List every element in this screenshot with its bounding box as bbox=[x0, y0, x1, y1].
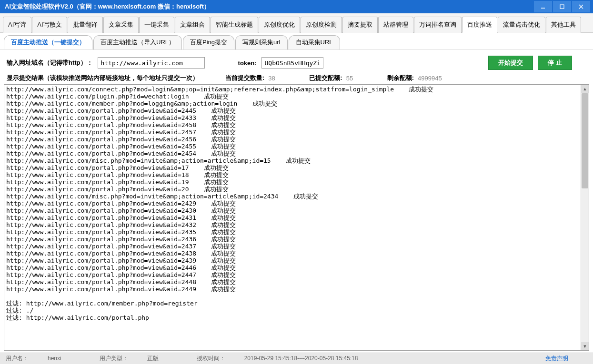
token-input[interactable] bbox=[261, 57, 323, 69]
sub-tab-3[interactable]: 写规则采集url bbox=[235, 35, 287, 49]
main-tab-7[interactable]: 原创度优化 bbox=[259, 17, 300, 33]
maximize-button[interactable] bbox=[553, 1, 571, 12]
url-input[interactable] bbox=[98, 57, 205, 69]
current-count-value: 38 bbox=[268, 75, 287, 82]
start-submit-button[interactable]: 开始提交 bbox=[488, 56, 533, 70]
sub-tab-bar: 百度主动推送（一键提交）百度主动推送（导入URL）百度Ping提交写规则采集ur… bbox=[0, 33, 593, 50]
main-tab-0[interactable]: AI写诗 bbox=[3, 17, 31, 33]
input-row: 输入网址域名（记得带http）： token: 开始提交 停 止 bbox=[0, 50, 593, 73]
status-bar: 用户名：henxi 用户类型：正版 授权时间：2019-05-29 15:45:… bbox=[0, 353, 593, 364]
submitted-quota-value: 55 bbox=[346, 75, 365, 82]
main-tab-8[interactable]: 原创度检测 bbox=[301, 17, 342, 33]
stop-button[interactable]: 停 止 bbox=[538, 56, 572, 70]
main-tab-2[interactable]: 批量翻译 bbox=[68, 17, 103, 33]
sub-tab-4[interactable]: 自动采集URL bbox=[289, 35, 340, 49]
status-user: 用户名：henxi bbox=[6, 354, 80, 363]
main-tab-9[interactable]: 摘要提取 bbox=[342, 17, 378, 33]
main-tab-bar: AI写诗AI写散文批量翻译文章采集一键采集文章组合智能生成标题原创度优化原创度检… bbox=[0, 13, 593, 33]
main-tab-14[interactable]: 其他工具 bbox=[546, 17, 581, 33]
remaining-quota-label: 剩余配额: bbox=[387, 74, 414, 82]
main-tab-13[interactable]: 流量点击优化 bbox=[498, 17, 545, 33]
sub-tab-2[interactable]: 百度Ping提交 bbox=[183, 35, 234, 49]
status-auth: 授权时间：2019-05-29 15:45:18----2020-05-28 1… bbox=[197, 354, 377, 363]
main-tab-4[interactable]: 一键采集 bbox=[139, 17, 174, 33]
svg-rect-1 bbox=[560, 5, 564, 9]
main-tab-10[interactable]: 站群管理 bbox=[378, 17, 413, 33]
close-button[interactable] bbox=[572, 1, 590, 12]
current-count-label: 当前提交数量: bbox=[225, 74, 264, 82]
log-panel: http://www.ailyric.com/connect.php?mod=l… bbox=[4, 84, 589, 351]
sub-tab-0[interactable]: 百度主动推送（一键提交） bbox=[4, 35, 92, 49]
remaining-quota-value: 4999945 bbox=[418, 75, 442, 82]
main-tab-12[interactable]: 百度推送 bbox=[462, 17, 497, 33]
stats-row: 显示提交结果（该模块推送网站内部链接地址，每个地址只提交一次） 当前提交数量: … bbox=[0, 73, 593, 83]
token-label: token: bbox=[238, 59, 257, 67]
titlebar[interactable]: AI文章智能处理软件V2.0（官网：www.henxisoft.com 微信：h… bbox=[0, 0, 593, 13]
minimize-button[interactable] bbox=[534, 1, 552, 12]
result-label: 显示提交结果（该模块推送网站内部链接地址，每个地址只提交一次） bbox=[7, 74, 199, 82]
disclaimer-link[interactable]: 免责声明 bbox=[545, 354, 568, 363]
main-tab-3[interactable]: 文章采集 bbox=[103, 17, 139, 33]
scroll-thumb[interactable] bbox=[582, 93, 588, 188]
main-tab-6[interactable]: 智能生成标题 bbox=[211, 17, 258, 33]
status-type: 用户类型：正版 bbox=[100, 354, 178, 363]
main-tab-11[interactable]: 万词排名查询 bbox=[414, 17, 462, 33]
log-scrollbar[interactable]: ▲ ▼ bbox=[581, 85, 589, 350]
scroll-down-button[interactable]: ▼ bbox=[581, 342, 589, 350]
window-title: AI文章智能处理软件V2.0（官网：www.henxisoft.com 微信：h… bbox=[5, 2, 533, 11]
main-tab-5[interactable]: 文章组合 bbox=[175, 17, 210, 33]
submitted-quota-label: 已提交配额: bbox=[309, 74, 342, 82]
url-label: 输入网址域名（记得带http）： bbox=[7, 59, 93, 67]
window-controls bbox=[533, 1, 590, 12]
sub-tab-1[interactable]: 百度主动推送（导入URL） bbox=[93, 35, 182, 49]
scroll-up-button[interactable]: ▲ bbox=[581, 85, 589, 93]
app-window: AI文章智能处理软件V2.0（官网：www.henxisoft.com 微信：h… bbox=[0, 0, 593, 364]
main-tab-1[interactable]: AI写散文 bbox=[32, 17, 67, 33]
log-text[interactable]: http://www.ailyric.com/connect.php?mod=l… bbox=[4, 85, 581, 350]
